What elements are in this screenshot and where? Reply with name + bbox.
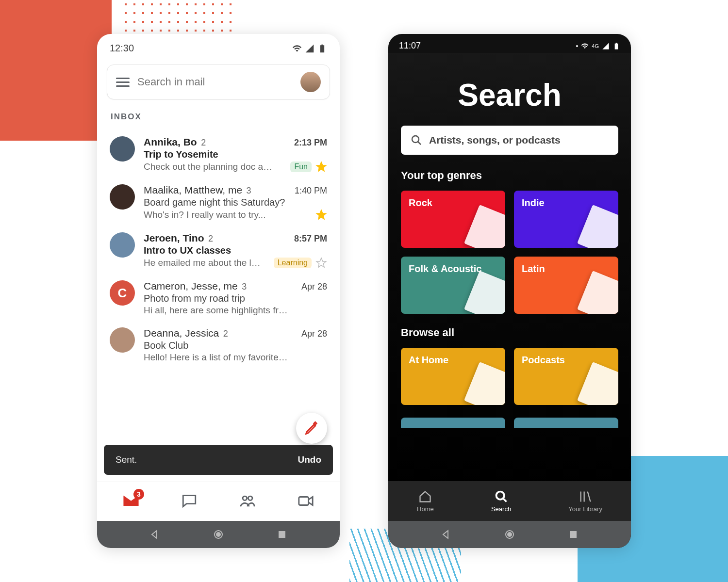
genre-grid: RockIndieFolk & AcousticLatin <box>398 191 621 314</box>
nav-home-icon[interactable] <box>504 529 515 540</box>
email-subject: Trip to Yosemite <box>144 149 327 160</box>
sender-avatar[interactable] <box>110 232 135 258</box>
sender-name: Maalika, Matthew, me <box>144 184 242 195</box>
android-nav <box>388 521 631 548</box>
browse-card[interactable]: At Home <box>401 348 505 405</box>
svg-rect-2 <box>299 497 309 505</box>
genre-label: Latin <box>522 263 545 274</box>
search-bar[interactable]: Artists, songs, or podcasts <box>401 126 618 155</box>
email-row[interactable]: Maalika, Matthew, me 3 1:40 PM Board gam… <box>105 178 332 226</box>
search-input[interactable] <box>137 76 293 88</box>
thread-count: 3 <box>242 282 247 291</box>
email-time: Apr 28 <box>301 282 327 292</box>
genre-label: Indie <box>522 197 545 208</box>
menu-icon[interactable] <box>116 78 130 87</box>
snackbar-text: Sent. <box>116 454 137 465</box>
album-art <box>464 205 505 248</box>
sender-avatar[interactable]: C <box>110 280 135 306</box>
thread-count: 2 <box>223 329 228 339</box>
album-art <box>464 271 505 314</box>
nav-home[interactable]: Home <box>417 490 434 513</box>
star-icon[interactable] <box>315 209 327 221</box>
nav-meet[interactable] <box>298 493 314 511</box>
nav-spaces[interactable] <box>239 493 256 511</box>
genre-card[interactable]: Folk & Acoustic <box>401 257 505 314</box>
nav-chat[interactable] <box>181 493 198 511</box>
section-top-genres: Your top genres <box>401 169 618 182</box>
browse-card[interactable]: Podcasts <box>514 348 618 405</box>
star-icon[interactable] <box>315 257 327 269</box>
sender-name: Annika, Bo <box>144 136 197 147</box>
account-avatar[interactable] <box>300 72 321 92</box>
status-bar: 11:07 • 4G <box>388 34 631 53</box>
gmail-phone: 12:30 INBOX Annika, Bo 2 2:13 PM Trip to… <box>97 34 340 548</box>
nav-home-label: Home <box>417 505 434 513</box>
search-icon <box>495 490 508 503</box>
status-time: 12:30 <box>110 43 134 54</box>
nav-recents-icon[interactable] <box>276 529 288 540</box>
star-icon[interactable] <box>315 161 327 173</box>
email-snippet: Who's in? I really want to try... <box>144 210 312 220</box>
home-icon <box>418 490 432 503</box>
nav-back-icon[interactable] <box>149 529 161 540</box>
genre-card[interactable]: Rock <box>401 191 505 248</box>
sender-avatar[interactable] <box>110 184 135 210</box>
email-time: 2:13 PM <box>294 138 327 148</box>
email-list[interactable]: Annika, Bo 2 2:13 PM Trip to Yosemite Ch… <box>97 130 340 445</box>
svg-point-0 <box>243 496 247 501</box>
wifi-icon <box>581 42 589 50</box>
browse-label: At Home <box>409 355 448 365</box>
section-browse-all: Browse all <box>401 326 618 339</box>
search-icon <box>411 134 422 146</box>
battery-icon <box>612 42 620 50</box>
email-time: 1:40 PM <box>295 186 327 196</box>
email-row[interactable]: Annika, Bo 2 2:13 PM Trip to Yosemite Ch… <box>105 130 332 178</box>
android-nav <box>97 521 340 548</box>
browse-tease-row <box>398 418 621 428</box>
email-row[interactable]: Deanna, Jessica 2 Apr 28 Book Club Hello… <box>105 322 332 369</box>
svg-point-4 <box>216 532 221 537</box>
email-row[interactable]: C Cameron, Jesse, me 3 Apr 28 Photo from… <box>105 275 332 322</box>
browse-grid: At HomePodcasts <box>398 348 621 405</box>
email-time: Apr 28 <box>301 329 327 339</box>
search-bar[interactable] <box>107 65 330 99</box>
email-subject: Board game night this Saturday? <box>144 197 327 208</box>
sender-avatar[interactable] <box>110 136 135 162</box>
mail-badge: 3 <box>133 489 144 500</box>
email-time: 8:57 PM <box>294 234 327 244</box>
album-art <box>464 362 505 405</box>
nav-search[interactable]: Search <box>491 490 511 513</box>
email-snippet: He emailed me about the l… <box>144 258 270 268</box>
battery-icon <box>317 44 327 53</box>
sender-name: Jeroen, Tino <box>144 232 204 243</box>
sender-name: Cameron, Jesse, me <box>144 280 238 291</box>
genre-card[interactable]: Indie <box>514 191 618 248</box>
spotify-phone: 11:07 • 4G Search Artists, songs, or pod… <box>388 34 631 548</box>
nav-mail[interactable]: 3 <box>123 493 139 511</box>
sender-avatar[interactable] <box>110 327 135 353</box>
album-art <box>577 271 618 314</box>
browse-card-tease[interactable] <box>514 418 618 428</box>
video-icon <box>298 493 314 509</box>
genre-card[interactable]: Latin <box>514 257 618 314</box>
email-snippet: Check out the planning doc a… <box>144 162 286 172</box>
signal-icon <box>305 44 314 53</box>
snackbar-undo[interactable]: Undo <box>298 454 321 465</box>
nav-home-icon[interactable] <box>213 529 224 540</box>
section-label-inbox: INBOX <box>97 107 340 130</box>
email-row[interactable]: Jeroen, Tino 2 8:57 PM Intro to UX class… <box>105 226 332 275</box>
wifi-icon <box>292 44 302 53</box>
email-subject: Photo from my road trip <box>144 293 327 304</box>
email-tag: Fun <box>290 162 312 172</box>
chat-icon <box>181 493 198 509</box>
genre-label: Folk & Acoustic <box>409 263 481 274</box>
compose-button[interactable] <box>296 413 327 444</box>
nav-recents-icon[interactable] <box>567 529 579 540</box>
status-bar: 12:30 <box>97 34 340 57</box>
page-title: Search <box>398 77 621 113</box>
email-subject: Intro to UX classes <box>144 245 327 256</box>
email-snippet: Hi all, here are some highlights fr… <box>144 305 327 316</box>
nav-library[interactable]: Your Library <box>568 490 602 513</box>
browse-card-tease[interactable] <box>401 418 505 428</box>
nav-back-icon[interactable] <box>440 529 452 540</box>
